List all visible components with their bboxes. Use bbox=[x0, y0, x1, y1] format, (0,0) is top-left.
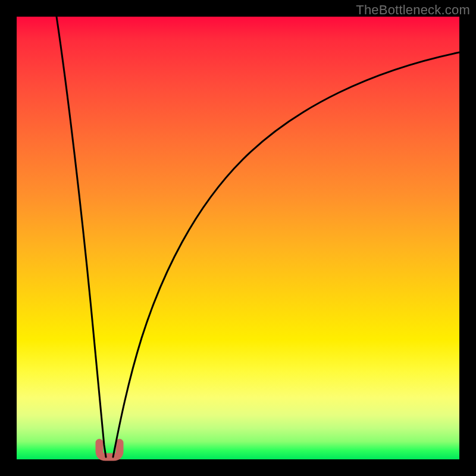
watermark-text: TheBottleneck.com bbox=[356, 2, 470, 18]
curve-layer bbox=[17, 17, 459, 459]
curve-right-branch bbox=[113, 52, 459, 457]
curve-left-branch bbox=[57, 17, 106, 457]
chart-frame: TheBottleneck.com bbox=[0, 0, 476, 476]
u-marker bbox=[99, 443, 120, 457]
